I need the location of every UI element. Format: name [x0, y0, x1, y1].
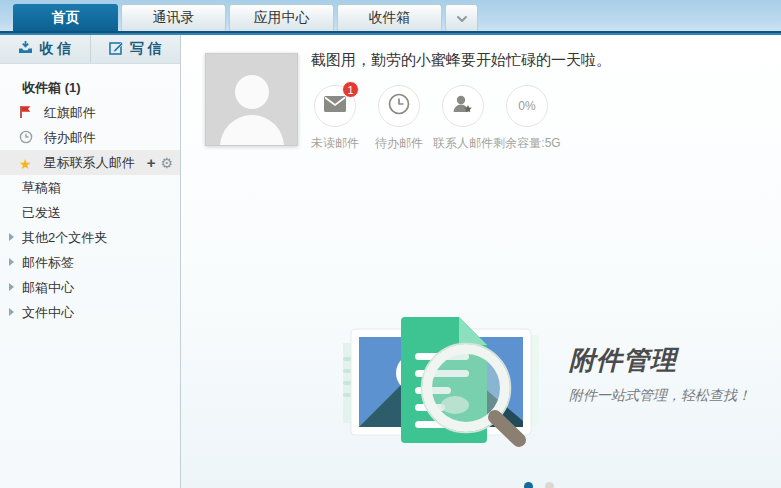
receive-mail-label: 收 信 [39, 40, 71, 58]
content-area: 收 信 写 信 收件箱 (1) 红旗邮件 [0, 35, 781, 488]
folder-starred-contacts-mail[interactable]: ★ 星标联系人邮件 + ⚙ [0, 150, 180, 175]
stat-label-unread: 未读邮件 [311, 135, 359, 152]
sidebar: 收 信 写 信 收件箱 (1) 红旗邮件 [0, 35, 181, 488]
folder-inbox-label: 收件箱 [22, 80, 61, 95]
stat-label-contact: 联系人邮件 [433, 135, 493, 152]
avatar[interactable] [205, 53, 298, 146]
gear-icon[interactable]: ⚙ [160, 156, 173, 170]
unread-count-badge: 1 [342, 81, 359, 98]
contact-star-icon [452, 94, 474, 118]
folder-list: 收件箱 (1) 红旗邮件 待办邮件 ★ 星标联系人邮 [0, 64, 180, 325]
folder-red-flag-label: 红旗邮件 [44, 105, 96, 120]
stats-row: 1 未读邮件 待办邮件 [303, 85, 559, 152]
star-icon: ★ [19, 152, 34, 177]
chevron-right-icon [9, 233, 14, 241]
folder-sent-label: 已发送 [22, 205, 61, 220]
tab-contacts[interactable]: 通讯录 [121, 4, 226, 31]
tab-strip: 首页 通讯录 应用中心 收件箱 [13, 4, 478, 31]
folder-mailbox-center[interactable]: 邮箱中心 [0, 275, 180, 300]
stat-contact-mail[interactable]: 联系人邮件 [431, 85, 495, 152]
folder-mail-tags[interactable]: 邮件标签 [0, 250, 180, 275]
stat-quota[interactable]: 0% 剩余容量:5G [495, 85, 559, 152]
clock-icon [388, 93, 410, 119]
folder-red-flag-mail[interactable]: 红旗邮件 [0, 100, 180, 125]
tab-inbox[interactable]: 收件箱 [337, 4, 442, 31]
compose-mail-button[interactable]: 写 信 [91, 35, 181, 63]
red-flag-icon [19, 102, 34, 127]
tab-dropdown-button[interactable] [445, 4, 478, 31]
clock-icon [19, 127, 34, 152]
quota-percent-value: 0% [518, 99, 535, 113]
folder-starred-label: 星标联系人邮件 [44, 155, 135, 170]
chevron-right-icon [9, 308, 14, 316]
folder-drafts-label: 草稿箱 [22, 180, 61, 195]
folder-drafts[interactable]: 草稿箱 [0, 175, 180, 200]
folder-file-center-label: 文件中心 [22, 305, 74, 320]
contact-mail-circle [442, 85, 484, 127]
carousel-dot-2[interactable] [545, 482, 554, 488]
tab-app-center[interactable]: 应用中心 [229, 4, 334, 31]
compose-mail-label: 写 信 [130, 40, 162, 58]
mail-icon [324, 96, 346, 116]
compose-mail-icon [109, 41, 124, 58]
carousel-dots [524, 482, 554, 488]
attachment-search-illustration [343, 313, 545, 451]
tab-home[interactable]: 首页 [13, 4, 118, 31]
folder-other-label: 其他2个文件夹 [22, 230, 107, 245]
banner-subtitle: 附件一站式管理，轻松查找！ [569, 387, 751, 405]
chevron-right-icon [9, 258, 14, 266]
greeting-text: 截图用，勤劳的小蜜蜂要开始忙碌的一天啦。 [311, 51, 611, 70]
receive-mail-button[interactable]: 收 信 [0, 35, 91, 63]
unread-mail-circle: 1 [314, 85, 356, 127]
promo-banner[interactable]: 附件管理 附件一站式管理，轻松查找！ [181, 275, 781, 455]
starred-row-tools: + ⚙ [147, 150, 173, 175]
carousel-dot-1[interactable] [524, 482, 533, 488]
receive-mail-icon [18, 41, 33, 58]
todo-mail-circle [378, 85, 420, 127]
folder-inbox[interactable]: 收件箱 (1) [0, 75, 180, 100]
stat-label-todo: 待办邮件 [375, 135, 423, 152]
folder-file-center[interactable]: 文件中心 [0, 300, 180, 325]
stat-todo-mail[interactable]: 待办邮件 [367, 85, 431, 152]
chevron-right-icon [9, 283, 14, 291]
stat-unread-mail[interactable]: 1 未读邮件 [303, 85, 367, 152]
folder-tags-label: 邮件标签 [22, 255, 74, 270]
person-silhouette-icon [206, 54, 298, 146]
folder-inbox-count: (1) [65, 80, 81, 95]
folder-mailbox-center-label: 邮箱中心 [22, 280, 74, 295]
main-panel: 截图用，勤劳的小蜜蜂要开始忙碌的一天啦。 1 未读邮件 [181, 35, 781, 488]
chevron-down-icon [456, 9, 468, 27]
quota-circle: 0% [506, 85, 548, 127]
folder-todo-mail[interactable]: 待办邮件 [0, 125, 180, 150]
mail-app-window: 首页 通讯录 应用中心 收件箱 收 信 [0, 0, 781, 488]
folder-sent[interactable]: 已发送 [0, 200, 180, 225]
stat-label-quota: 剩余容量:5G [493, 135, 560, 152]
add-icon[interactable]: + [147, 155, 156, 170]
banner-text-block: 附件管理 附件一站式管理，轻松查找！ [569, 343, 751, 405]
folder-other-folders[interactable]: 其他2个文件夹 [0, 225, 180, 250]
banner-title: 附件管理 [569, 343, 751, 378]
mail-actions-toolbar: 收 信 写 信 [0, 35, 180, 64]
folder-todo-label: 待办邮件 [44, 130, 96, 145]
